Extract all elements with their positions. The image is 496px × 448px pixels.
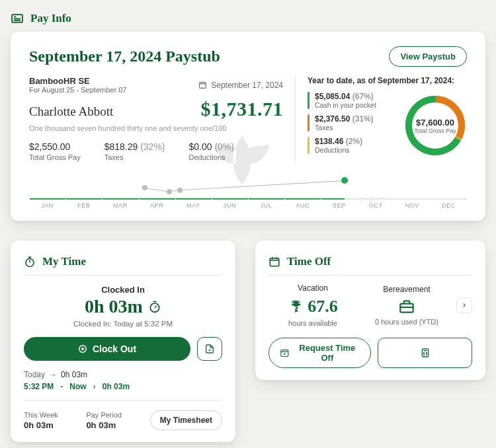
- svg-rect-22: [270, 258, 279, 266]
- month-label: JAN: [29, 202, 65, 209]
- thisweek-value: 0h 03m: [24, 420, 58, 430]
- net-pay: $1,731.71: [201, 98, 284, 120]
- ytd-total-value: $7,600.00: [416, 118, 454, 128]
- svg-point-36: [423, 354, 424, 355]
- stat-ded-label: Deductions: [189, 153, 235, 161]
- timeoff-heading: Time Off: [269, 255, 472, 276]
- stat-taxes-label: Taxes: [104, 153, 165, 161]
- month-label: MAR: [102, 202, 138, 209]
- timeoff-heading-text: Time Off: [287, 255, 331, 268]
- stat-ded-value: $0.00: [189, 141, 212, 152]
- stat-gross-value: $2,550.00: [29, 141, 70, 152]
- ytd-item-cash: $5,085.04 (67%)Cash in your pocket: [308, 92, 394, 109]
- month-label: NOV: [394, 202, 431, 209]
- paystub-title: September 17, 2024 Paystub: [29, 48, 220, 65]
- timeoff-calculator-button[interactable]: [378, 338, 472, 368]
- paystub-date-text: September 17, 2024: [211, 81, 283, 90]
- calendar-icon: [198, 81, 207, 89]
- ytd-donut-chart: $7,600.00 Total Gross Pay: [403, 94, 467, 157]
- svg-point-15: [150, 303, 159, 312]
- stat-ded-pct: (0%): [214, 141, 234, 152]
- thisweek-label: This Week: [24, 411, 58, 419]
- company-name: BambooHR SE: [29, 76, 126, 86]
- payinfo-icon: [11, 12, 24, 25]
- paystub-timeline: JANFEBMARAPRMAYJUNJULAUGSEPOCTNOVDEC: [29, 176, 467, 209]
- mytime-heading-text: My Time: [42, 255, 86, 268]
- clock-out-button[interactable]: Clock Out: [24, 337, 190, 361]
- add-note-button[interactable]: [197, 337, 222, 361]
- payinfo-heading: Pay Info: [11, 12, 485, 25]
- note-icon: [204, 344, 215, 354]
- payperiod-label: Pay Period: [86, 411, 122, 419]
- stop-icon: [78, 344, 87, 354]
- timeoff-next-button[interactable]: [456, 297, 472, 313]
- paystub-date: September 17, 2024: [198, 76, 283, 94]
- mytime-card: My Time Clocked In 0h 03m Clocked In: To…: [11, 241, 235, 442]
- paystub-card: September 17, 2024 Paystub View Paystub …: [11, 32, 485, 221]
- svg-rect-32: [422, 349, 428, 357]
- svg-rect-4: [200, 83, 206, 89]
- month-label: DEC: [431, 202, 467, 209]
- timeoff-bereavement: Bereavement 0 hours used (YTD): [362, 285, 451, 326]
- employee-name: Charlotte Abbott: [29, 104, 113, 119]
- pay-period: For August 25 - September 07: [29, 86, 126, 94]
- briefcase-icon: [398, 298, 415, 315]
- request-timeoff-button[interactable]: Request Time Off: [269, 338, 371, 368]
- svg-point-34: [423, 352, 424, 353]
- payperiod-value: 0h 03m: [86, 420, 122, 430]
- svg-point-37: [426, 354, 427, 355]
- month-label: AUG: [284, 202, 321, 209]
- mytime-heading: My Time: [24, 255, 222, 276]
- ytd-title: Year to date, as of September 17, 2024:: [308, 76, 467, 85]
- timeoff-card: Time Off Vacation 67.6 hours available B…: [255, 241, 485, 380]
- running-entry: 5:32 PM - Now › 0h 03m: [24, 382, 222, 391]
- palm-icon: [288, 299, 302, 314]
- month-label: FEB: [65, 202, 102, 209]
- paystub-stats: $2,550.00 Total Gross Pay $818.29 (32%) …: [29, 141, 283, 161]
- stopwatch-small-icon: [148, 300, 161, 313]
- clocked-in-time: Clocked In: Today at 5:32 PM: [24, 320, 222, 328]
- svg-point-35: [426, 352, 427, 353]
- view-paystub-button[interactable]: View Paystub: [389, 46, 467, 67]
- month-label: OCT: [358, 202, 394, 209]
- chevron-right-icon: [461, 301, 468, 309]
- ytd-item-taxes: $2,376.50 (31%)Taxes: [308, 114, 394, 131]
- month-label: APR: [139, 202, 175, 209]
- calculator-icon: [420, 348, 431, 358]
- month-label: MAY: [175, 202, 212, 209]
- stopwatch-icon: [24, 256, 36, 268]
- svg-rect-19: [81, 348, 84, 350]
- ytd-total-label: Total Gross Pay: [414, 128, 456, 134]
- timeoff-vacation: Vacation 67.6 hours available: [269, 283, 357, 327]
- stat-taxes-pct: (32%): [140, 141, 165, 152]
- my-timesheet-button[interactable]: My Timesheet: [150, 410, 222, 430]
- today-row: Today → 0h 03m: [24, 370, 222, 379]
- month-label: JUN: [212, 202, 248, 209]
- ytd-item-deductions: $138.46 (2%)Deductions: [308, 137, 394, 154]
- amount-in-words: One thousand seven hundred thirty one an…: [29, 124, 283, 132]
- payinfo-heading-text: Pay Info: [30, 12, 71, 25]
- calendar-plus-icon: [280, 348, 290, 358]
- stat-gross-label: Total Gross Pay: [29, 153, 81, 161]
- svg-line-16: [155, 306, 157, 308]
- clock-status: Clocked In: [24, 285, 222, 295]
- month-label: SEP: [321, 202, 357, 209]
- calendar-clock-icon: [269, 256, 280, 268]
- stat-taxes-value: $818.29: [104, 141, 138, 152]
- elapsed-time: 0h 03m: [24, 296, 222, 317]
- month-label: JUL: [248, 202, 284, 209]
